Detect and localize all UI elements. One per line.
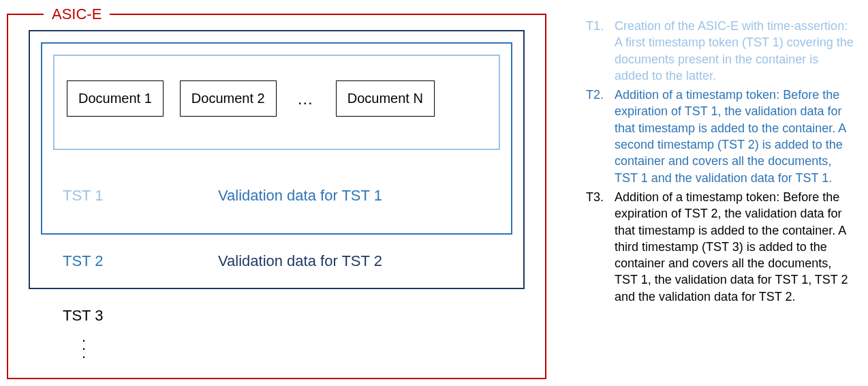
legend-t3-text: Addition of a timestamp token: Before th… [615,189,854,305]
legend-t3: T3. Addition of a timestamp token: Befor… [586,189,854,305]
validation-data-tst2-label: Validation data for TST 2 [218,252,382,270]
legend-t1: T1. Creation of the ASIC-E with time-ass… [586,18,854,84]
legend-t1-text: Creation of the ASIC-E with time-asserti… [615,18,854,84]
asic-title: ASIC-E [44,5,110,23]
ellipsis-icon: … [297,89,315,108]
documents-row: Document 1 Document 2 … Document N [67,80,435,117]
tst2-label: TST 2 [63,252,104,270]
legend-t2: T2. Addition of a timestamp token: Befor… [586,87,854,186]
vertical-ellipsis-icon: ... [82,333,86,357]
diagram-column: ASIC-E Document 1 Document 2 … Document … [0,0,559,386]
legend-column: T1. Creation of the ASIC-E with time-ass… [559,0,868,386]
document-n: Document N [336,80,435,117]
document-1: Document 1 [67,80,164,117]
tst1-label: TST 1 [63,187,104,205]
legend-t2-num: T2. [586,87,615,186]
diagram-root: ASIC-E Document 1 Document 2 … Document … [0,0,868,386]
tst3-label: TST 3 [63,307,104,325]
legend-t2-text: Addition of a timestamp token: Before th… [615,87,854,186]
document-2: Document 2 [180,80,277,117]
legend-t1-num: T1. [586,18,615,84]
validation-data-tst1-label: Validation data for TST 1 [218,187,382,205]
legend-t3-num: T3. [586,189,615,305]
